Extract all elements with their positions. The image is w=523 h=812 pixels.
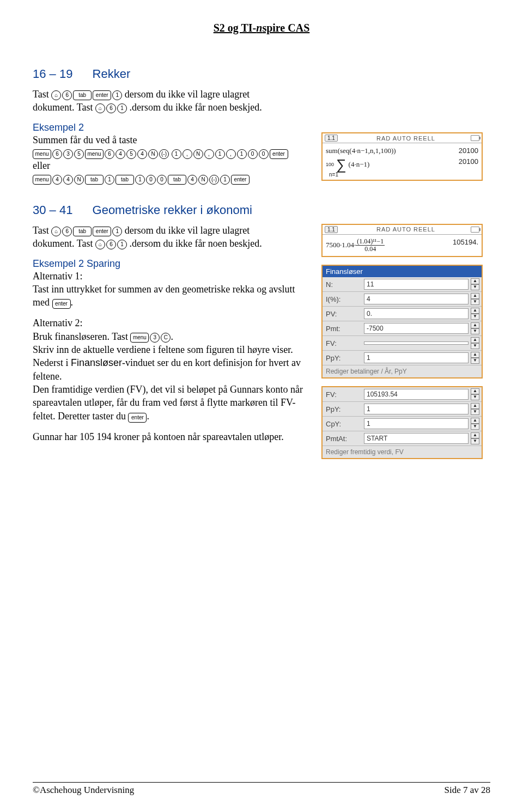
section2-num: 30 – 41 — [33, 203, 72, 217]
spin-buttons[interactable]: ▲▼ — [471, 293, 479, 305]
finans-value[interactable]: 11 — [364, 279, 469, 290]
key-sequence: ⌂ 6 1 — [95, 240, 127, 249]
finans-row: PmtAt:START▲▼ — [323, 431, 482, 445]
key-sequence: ⌂ 6 1 — [95, 103, 127, 113]
key-sequence: menu 3 C — [130, 333, 171, 343]
finans-value[interactable]: START — [364, 433, 469, 444]
finans-value[interactable]: -7500 — [364, 323, 469, 334]
finans-value[interactable]: 1 — [364, 404, 469, 414]
page-footer: ©Aschehoug Undervisning Side 7 av 28 — [33, 782, 490, 796]
finans-footer2: Rediger fremtidig verdi, FV — [323, 445, 482, 458]
finans-row: FV:105193.54▲▼ — [323, 387, 482, 401]
calc2-tab: 1.1 — [325, 226, 338, 233]
finans-label: I(%): — [323, 294, 364, 305]
header-post: spire CAS — [262, 22, 309, 34]
alternativ2: Alternativ 2: Bruk finansløseren. Tast m… — [33, 316, 309, 422]
page-header: S2 og TI-nspire CAS — [33, 22, 490, 34]
finans-row: FV:▲▼ — [323, 335, 482, 350]
spin-buttons[interactable]: ▲▼ — [471, 432, 479, 444]
finanslosser-panel-2: FV:105193.54▲▼PpY:1▲▼CpY:1▲▼PmtAt:START▲… — [321, 386, 483, 459]
calculator-screenshot-2: 1.1 RAD AUTO REELL 7500·1.04·(1.04)¹¹−10… — [321, 224, 483, 257]
spin-buttons[interactable]: ▲▼ — [471, 388, 479, 400]
section1-num: 16 – 19 — [33, 67, 72, 81]
spin-buttons[interactable]: ▲▼ — [471, 403, 479, 415]
finans-row: CpY:1▲▼ — [323, 416, 482, 431]
spin-buttons[interactable]: ▲▼ — [471, 278, 479, 290]
finans-row: PpY:1▲▼ — [323, 401, 482, 416]
finans-row: Pmt:-7500▲▼ — [323, 321, 482, 335]
finans-label: FV: — [323, 338, 364, 349]
finanslosser-panel-1: Finansløser N:11▲▼I(%):4▲▼PV:0.▲▼Pmt:-75… — [321, 265, 483, 378]
finans-label: PmtAt: — [323, 433, 364, 444]
spin-buttons[interactable]: ▲▼ — [471, 322, 479, 334]
calculator-screenshot-1: 1.1 RAD AUTO REELL sum(seq(4·n−1,n,1,100… — [321, 132, 483, 181]
finans-label: FV: — [323, 389, 364, 400]
calc1-mode: RAD AUTO REELL — [341, 135, 471, 142]
finans-label: PpY: — [323, 404, 364, 415]
finans-row: PV:0.▲▼ — [323, 306, 482, 321]
key-sequence-row2: 1 , N , 1 , 1 0 0 enter — [172, 149, 288, 159]
header-pre: S2 og TI- — [214, 22, 257, 34]
section2-title: Geometriske rekker i økonomi — [93, 203, 252, 217]
alternativ1: Alternativ 1: Tast inn uttrykket for sum… — [33, 270, 309, 309]
calc1-tab: 1.1 — [325, 135, 338, 142]
finans-value[interactable]: 1 — [364, 352, 469, 363]
finans-value[interactable]: 4 — [364, 294, 469, 304]
battery-icon — [471, 135, 479, 141]
section1-title: Rekker — [93, 67, 131, 81]
footer-right: Side 7 av 28 — [444, 785, 490, 796]
section-title-geometriske: 30 – 41 Geometriske rekker i økonomi — [33, 203, 490, 217]
spin-buttons[interactable]: ▲▼ — [471, 337, 479, 349]
finans-row: N:11▲▼ — [323, 277, 482, 291]
section-title-rekker: 16 – 19 Rekker — [33, 67, 309, 81]
key-sequence: ⌂ 6 tab enter 1 — [51, 90, 122, 100]
finans-row: I(%):4▲▼ — [323, 291, 482, 306]
finans-label: Pmt: — [323, 323, 364, 334]
calc2-mode: RAD AUTO REELL — [341, 226, 471, 233]
calc1-result2: 20100 — [459, 157, 478, 172]
finans-label: PV: — [323, 308, 364, 320]
eksempel2-line1: Summen får du ved å taste — [33, 133, 309, 146]
key-sequence: ⌂ 6 tab enter 1 — [51, 227, 122, 236]
header-n: n — [256, 22, 262, 34]
result-text: Gunnar har 105 194 kroner på kontoen når… — [33, 430, 309, 443]
enter-key-icon: enter — [52, 299, 71, 309]
key-sequence-row3: menu 4 4 N tab 1 tab 1 0 0 tab 4 N (-) 1… — [33, 175, 250, 185]
finans-label: CpY: — [323, 418, 364, 430]
section1-paragraph: Tast ⌂ 6 tab enter 1 dersom du ikke vil … — [33, 88, 309, 114]
finans-label: N: — [323, 279, 364, 290]
footer-left: ©Aschehoug Undervisning — [33, 785, 134, 796]
enter-key-icon: enter — [128, 413, 147, 423]
sigma-expression: 100 ∑ (4·n−1) — [326, 157, 369, 172]
eksempel2-sparing-title: Eksempel 2 Sparing — [33, 258, 309, 270]
finans-footer1: Rediger betalinger / År, PpY — [323, 365, 482, 377]
calc2-expr: 7500·1.04·(1.04)¹¹−10.04 — [326, 238, 385, 253]
calc2-result: 105194. — [453, 238, 478, 253]
finans-label: PpY: — [323, 352, 364, 364]
calc1-result1: 20100 — [459, 146, 478, 155]
spin-buttons[interactable]: ▲▼ — [471, 352, 479, 364]
finans-value[interactable] — [364, 341, 469, 345]
section2-paragraph: Tast ⌂ 6 tab enter 1 dersom du ikke vil … — [33, 224, 309, 251]
finans-value[interactable]: 1 — [364, 418, 469, 429]
calc1-expr: sum(seq(4·n−1,n,1,100)) — [326, 146, 396, 155]
eksempel2-title: Eksempel 2 — [33, 122, 309, 133]
finans-value[interactable]: 0. — [364, 308, 469, 319]
finans-row: PpY:1▲▼ — [323, 350, 482, 365]
spin-buttons[interactable]: ▲▼ — [471, 418, 479, 430]
key-sequence-row1: menu 6 3 5 menu 6 4 5 4 N (-) — [33, 149, 169, 159]
spin-buttons[interactable]: ▲▼ — [471, 308, 479, 320]
finans-title: Finansløser — [323, 266, 482, 277]
finans-value[interactable]: 105193.54 — [364, 389, 469, 400]
battery-icon — [471, 227, 479, 233]
eller-label: eller — [33, 159, 309, 172]
